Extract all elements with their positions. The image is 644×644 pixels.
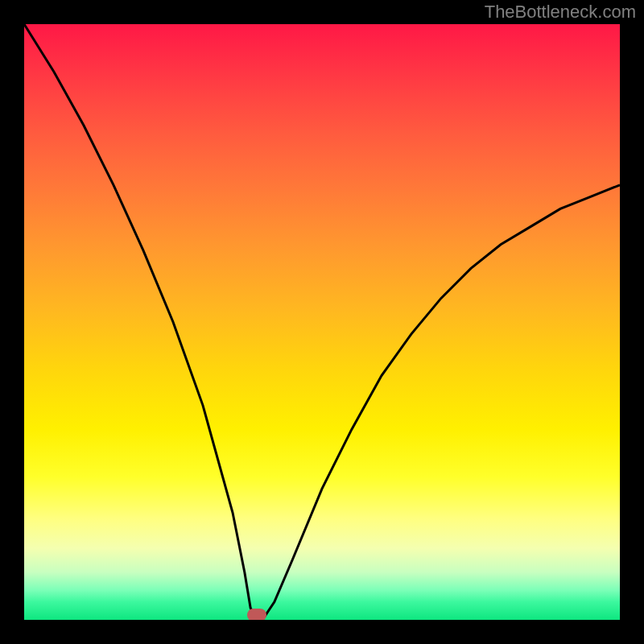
chart-plot-area (24, 24, 620, 620)
bottleneck-curve (24, 24, 620, 620)
watermark-text: TheBottleneck.com (485, 2, 636, 23)
optimal-point-marker (247, 609, 266, 620)
